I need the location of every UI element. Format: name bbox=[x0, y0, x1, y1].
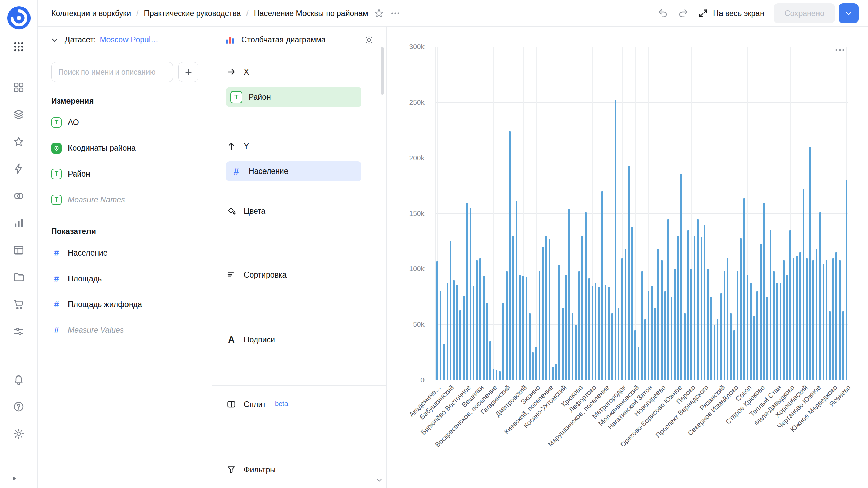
bar[interactable] bbox=[714, 325, 715, 380]
labels-section[interactable]: A Подписи bbox=[212, 321, 386, 386]
bar[interactable] bbox=[595, 283, 596, 380]
bar[interactable] bbox=[496, 370, 497, 380]
bar[interactable] bbox=[608, 287, 610, 380]
relations-icon[interactable] bbox=[0, 186, 37, 206]
bar[interactable] bbox=[539, 271, 540, 380]
save-dropdown-button[interactable] bbox=[839, 3, 859, 23]
bar[interactable] bbox=[459, 310, 461, 380]
bar[interactable] bbox=[562, 308, 564, 380]
field-item[interactable]: TMeasure Names bbox=[51, 187, 198, 212]
bar[interactable] bbox=[651, 286, 653, 380]
y-axis-section[interactable]: Y # Население bbox=[212, 127, 386, 192]
bar[interactable] bbox=[697, 219, 699, 380]
bar[interactable] bbox=[677, 236, 679, 380]
bar[interactable] bbox=[585, 212, 587, 380]
colors-section[interactable]: Цвета bbox=[212, 192, 386, 256]
bar[interactable] bbox=[829, 311, 831, 380]
bar[interactable] bbox=[572, 313, 573, 380]
bar[interactable] bbox=[516, 201, 517, 380]
bar[interactable] bbox=[823, 264, 824, 380]
bar[interactable] bbox=[634, 330, 636, 380]
bar[interactable] bbox=[730, 313, 732, 380]
bar[interactable] bbox=[750, 283, 752, 380]
field-item[interactable]: #Население bbox=[51, 240, 198, 266]
bar[interactable] bbox=[648, 291, 649, 380]
more-actions-icon[interactable] bbox=[390, 8, 401, 19]
bar[interactable] bbox=[575, 325, 577, 380]
bar[interactable] bbox=[555, 364, 557, 380]
field-item[interactable]: Коодинаты района bbox=[51, 135, 198, 161]
breadcrumb-item-collections[interactable]: Коллекции и воркбуки bbox=[51, 9, 131, 18]
bar[interactable] bbox=[793, 258, 794, 380]
x-field-chip[interactable]: T Район bbox=[226, 87, 361, 107]
bar[interactable] bbox=[806, 258, 808, 380]
bar[interactable] bbox=[816, 249, 817, 380]
bar[interactable] bbox=[588, 278, 590, 380]
notifications-icon[interactable] bbox=[0, 369, 37, 390]
bar[interactable] bbox=[631, 227, 633, 380]
bar[interactable] bbox=[489, 341, 491, 380]
bar[interactable] bbox=[780, 283, 781, 380]
field-item[interactable]: #Площадь жилфонда bbox=[51, 291, 198, 317]
bar[interactable] bbox=[512, 236, 514, 380]
charts-icon[interactable] bbox=[0, 213, 37, 233]
bar[interactable] bbox=[526, 277, 527, 380]
bar[interactable] bbox=[552, 367, 554, 380]
bar[interactable] bbox=[578, 271, 580, 380]
bar[interactable] bbox=[601, 191, 603, 380]
bar[interactable] bbox=[766, 297, 768, 380]
bar[interactable] bbox=[443, 344, 445, 380]
bar[interactable] bbox=[598, 287, 600, 380]
bar[interactable] bbox=[803, 189, 804, 380]
field-item[interactable]: #Площадь bbox=[51, 266, 198, 291]
field-item[interactable]: #Measure Values bbox=[51, 317, 198, 343]
bar[interactable] bbox=[447, 283, 448, 380]
bar[interactable] bbox=[727, 258, 728, 380]
tables-icon[interactable] bbox=[0, 240, 37, 260]
bar[interactable] bbox=[615, 100, 616, 380]
bar[interactable] bbox=[621, 258, 623, 380]
bar[interactable] bbox=[799, 252, 801, 380]
bar[interactable] bbox=[483, 276, 485, 380]
bar[interactable] bbox=[717, 319, 718, 380]
bar[interactable] bbox=[519, 275, 521, 380]
bar[interactable] bbox=[809, 147, 811, 380]
bar[interactable] bbox=[628, 166, 630, 380]
bar[interactable] bbox=[720, 293, 722, 380]
bar[interactable] bbox=[737, 271, 738, 380]
bar[interactable] bbox=[499, 371, 501, 380]
bar[interactable] bbox=[664, 291, 666, 380]
redo-icon[interactable] bbox=[678, 8, 689, 19]
datalens-logo[interactable] bbox=[6, 5, 32, 31]
bar[interactable] bbox=[846, 180, 847, 380]
expand-panel-icon[interactable] bbox=[7, 472, 20, 485]
bar[interactable] bbox=[592, 286, 593, 380]
sorting-section[interactable]: Сортировка bbox=[212, 256, 386, 321]
bar[interactable] bbox=[704, 225, 705, 380]
bar[interactable] bbox=[618, 308, 619, 380]
bar[interactable] bbox=[558, 265, 560, 380]
dataset-name-link[interactable]: Moscow Popul… bbox=[100, 35, 158, 44]
bar[interactable] bbox=[661, 260, 663, 380]
bar[interactable] bbox=[707, 269, 709, 380]
bar[interactable] bbox=[753, 316, 755, 380]
bar[interactable] bbox=[763, 203, 765, 380]
bar[interactable] bbox=[674, 269, 676, 380]
bar[interactable] bbox=[436, 261, 438, 380]
bar[interactable] bbox=[479, 258, 481, 380]
bar[interactable] bbox=[783, 260, 785, 380]
bar[interactable] bbox=[724, 271, 725, 380]
bar[interactable] bbox=[786, 275, 788, 380]
breadcrumb-item-current[interactable]: Население Москвы по районам bbox=[254, 9, 368, 18]
bar[interactable] bbox=[690, 269, 692, 380]
bar[interactable] bbox=[641, 271, 643, 380]
x-axis-section[interactable]: X T Район bbox=[212, 53, 386, 127]
bar[interactable] bbox=[440, 291, 441, 380]
bar[interactable] bbox=[684, 313, 686, 380]
services-icon[interactable] bbox=[0, 321, 37, 342]
add-field-button[interactable] bbox=[178, 62, 198, 82]
bar[interactable] bbox=[506, 271, 508, 380]
bar[interactable] bbox=[760, 244, 762, 380]
settings-icon[interactable] bbox=[0, 424, 37, 444]
bar[interactable] bbox=[638, 347, 639, 380]
